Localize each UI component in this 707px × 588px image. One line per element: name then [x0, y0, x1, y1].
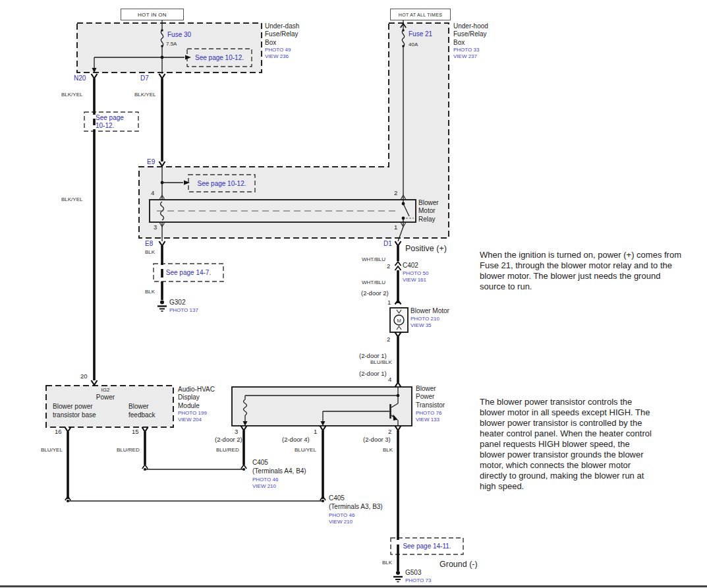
wire-label-blk-3: BLK — [383, 447, 393, 454]
motor-pin-1: 1 — [387, 299, 391, 306]
page-bottom-border — [0, 585, 707, 587]
module-pin-20: 20 — [80, 372, 88, 380]
c405-a4b4-view-ref[interactable]: VIEW 210 — [252, 483, 276, 490]
fuse30-amps: 7.5A — [166, 41, 177, 47]
wire-label-whtblu-1: WHT/BLU — [362, 256, 385, 263]
wire-label-whtblu-2: WHT/BLU — [362, 279, 385, 286]
fuse30-label: Fuse 30 — [167, 31, 191, 38]
variant-2door1-b: (2-door 1) — [359, 370, 387, 377]
transistor-pin-4: 4 — [388, 376, 391, 383]
terminal-n20: N20 — [74, 74, 86, 82]
underdash-photo-ref[interactable]: PHOTO 49 — [265, 47, 291, 53]
terminal-d7: D7 — [140, 74, 149, 82]
motor-photo-ref[interactable]: PHOTO 210 — [410, 316, 439, 322]
wire-label-blublk: BLU/BLK — [370, 359, 392, 366]
c405-a3b3-terminals: (Terminals A3, B3) — [329, 503, 383, 510]
transistor-pin-1: 1 — [314, 428, 317, 435]
terminal-d1: D1 — [383, 240, 392, 247]
c402-pin-2: 2 — [387, 262, 390, 270]
transistor-box — [232, 387, 412, 426]
wiring-svg — [0, 0, 707, 588]
variant-2door3: (2-door 3) — [363, 436, 391, 443]
wire-label-blured-2: BLU/RED — [216, 447, 239, 454]
underhood-photo-ref[interactable]: PHOTO 33 — [453, 47, 479, 53]
ground-g302: G302 — [169, 299, 185, 306]
hot-in-on-label: HOT IN ON — [121, 9, 184, 20]
ground-g503: G503 — [405, 569, 421, 576]
positive-label: Positive (+) — [405, 245, 447, 252]
wire-label-blk-4: BLK — [382, 560, 392, 566]
wiring-diagram-page: HOT IN ON HOT AT ALL TIMES Fuse 30 7.5A … — [0, 0, 707, 588]
underhood-title: Under-hood Fuse/Relay Box — [453, 22, 488, 47]
wire-label-bluyel-2: BLU/YEL — [295, 447, 316, 454]
relay-pin-3: 3 — [154, 223, 157, 231]
ground-symbol-g503 — [393, 571, 403, 582]
c405-a4b4-terminals: (Terminals A4, B4) — [252, 467, 306, 475]
wires-thin — [68, 19, 409, 501]
note-transistor: The blower power transistor controls the… — [480, 397, 671, 492]
relay-title: Blower Motor Relay — [418, 199, 439, 223]
variant-2door2-a: (2-door 2) — [361, 289, 389, 297]
module-pin-15: 15 — [132, 428, 139, 435]
variant-2door4: (2-door 4) — [282, 436, 310, 443]
relay-pin-1: 1 — [394, 223, 397, 231]
ground-label: Ground (-) — [439, 561, 478, 568]
module-photo-ref[interactable]: PHOTO 199 — [178, 410, 207, 417]
c402-photo-ref[interactable]: PHOTO 50 — [403, 270, 428, 277]
transistor-view-ref[interactable]: VIEW 133 — [416, 417, 439, 423]
wire-label-blk-1: BLK — [145, 249, 155, 256]
underdash-title: Under-dash Fuse/Relay Box — [265, 22, 299, 47]
underhood-view-ref[interactable]: VIEW 237 — [453, 53, 477, 60]
wire-label-bluyel-1: BLU/YEL — [41, 447, 63, 454]
see-page-10-12-n20[interactable]: See page 10-12. — [96, 114, 124, 130]
fuse21-amps: 40A — [409, 42, 418, 48]
see-page-14-11[interactable]: See page 14-11. — [391, 538, 463, 554]
see-page-10-12-underdash[interactable]: See page 10-12. — [187, 49, 252, 67]
motor-view-ref[interactable]: VIEW 35 — [410, 322, 432, 329]
wire-label-blured-1: BLU/RED — [117, 447, 140, 454]
g503-photo-ref[interactable]: PHOTO 73 — [405, 577, 431, 584]
module-pin-16: 16 — [55, 428, 62, 435]
module-ig2: IG2 — [86, 387, 125, 393]
variant-2door2-b: (2-door 2) — [215, 436, 242, 443]
underdash-view-ref[interactable]: VIEW 236 — [265, 53, 289, 60]
wire-label-blkyel-2: BLK/YEL — [134, 92, 156, 98]
c402-view-ref[interactable]: VIEW 161 — [403, 277, 426, 283]
transistor-title: Blower Power Transistor — [416, 385, 445, 409]
see-page-10-12-relay[interactable]: See page 10-12. — [188, 175, 255, 192]
module-view-ref[interactable]: VIEW 204 — [178, 417, 202, 423]
motor-m-symbol: M — [396, 317, 402, 324]
wire-label-blkyel-1: BLK/YEL — [61, 92, 82, 98]
module-base-label: Blower power transistor base — [53, 403, 96, 419]
fuse21-label: Fuse 21 — [409, 30, 432, 38]
module-power: Power — [86, 394, 125, 401]
arrowheads — [92, 55, 398, 426]
relay-pin-4: 4 — [151, 189, 154, 196]
terminal-e9: E9 — [147, 158, 155, 165]
transistor-pin-3: 3 — [235, 428, 238, 435]
transistor-photo-ref[interactable]: PHOTO 76 — [416, 410, 441, 417]
hot-at-all-times-text: HOT AT ALL TIMES — [399, 13, 442, 17]
wires-heavy — [68, 78, 398, 571]
module-feedback-label: Blower feedback — [128, 403, 156, 419]
relay-pin-2: 2 — [394, 189, 397, 196]
connector-c405-a4b4: C405 — [252, 459, 268, 466]
connector-c402: C402 — [403, 262, 418, 269]
c405-a3b3-view-ref[interactable]: VIEW 210 — [329, 519, 353, 525]
connector-c405-a3b3: C405 — [329, 494, 345, 502]
wire-label-blk-2: BLK — [145, 289, 155, 295]
note-ignition: When the ignition is turned on, power (+… — [480, 250, 707, 292]
terminal-e8: E8 — [145, 240, 153, 247]
see-page-14-7[interactable]: See page 14-7. — [154, 264, 223, 281]
g302-photo-ref[interactable]: PHOTO 137 — [169, 307, 198, 314]
ground-symbol-g302 — [157, 301, 167, 312]
motor-pin-2: 2 — [387, 336, 390, 343]
hot-at-all-times-label: HOT AT ALL TIMES — [390, 9, 451, 20]
wire-label-blkyel-3: BLK/YEL — [61, 196, 82, 203]
hot-in-on-text: HOT IN ON — [138, 12, 167, 18]
variant-2door1-a: (2-door 1) — [359, 352, 387, 359]
c405-a4b4-photo-ref[interactable]: PHOTO 46 — [252, 477, 278, 483]
fuse-relay-regions — [46, 23, 449, 427]
c405-a3b3-photo-ref[interactable]: PHOTO 46 — [329, 512, 354, 519]
transistor-pin-2: 2 — [388, 428, 391, 435]
